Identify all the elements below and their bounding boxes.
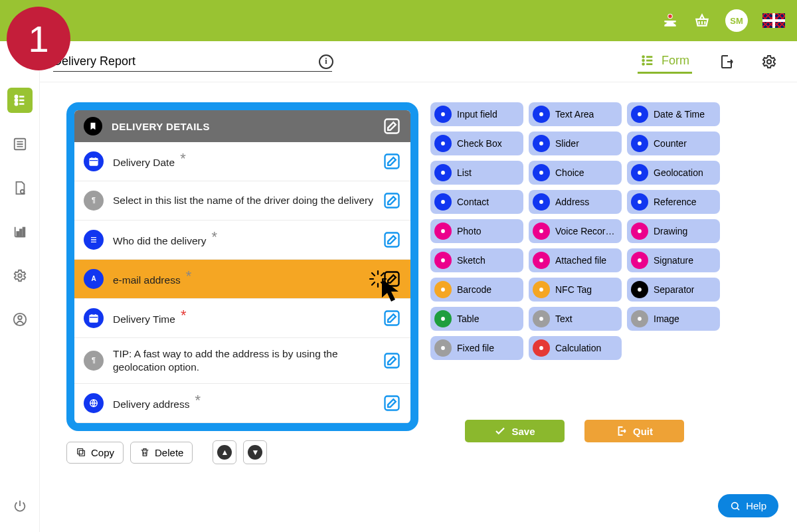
avatar[interactable]: SM: [725, 9, 748, 32]
palette-chip[interactable]: Text Area: [529, 102, 622, 126]
palette-chip[interactable]: Reference: [627, 190, 720, 214]
export-icon[interactable]: [719, 54, 735, 70]
chip-icon: [631, 281, 648, 298]
form-row[interactable]: Ae-mail address *: [74, 260, 410, 299]
svg-point-38: [638, 112, 642, 116]
chip-icon: [434, 106, 452, 123]
palette-chip[interactable]: Sketch: [430, 248, 523, 272]
form-canvas: DELIVERY DETAILSDelivery Date *¶Select i…: [66, 102, 418, 431]
copy-label: Copy: [91, 447, 114, 458]
svg-rect-28: [90, 315, 98, 322]
chip-label: Slider: [555, 138, 579, 149]
rail-chart[interactable]: [7, 219, 33, 244]
rail-settings[interactable]: [7, 263, 33, 288]
help-fab[interactable]: Help: [718, 494, 778, 517]
save-button[interactable]: Save: [465, 420, 565, 442]
palette-chip[interactable]: Image: [627, 307, 720, 331]
rail-profile[interactable]: [7, 307, 33, 332]
palette-chip[interactable]: Attached file: [529, 248, 622, 272]
basket-icon[interactable]: [693, 12, 711, 29]
svg-rect-34: [79, 451, 84, 456]
move-up-button[interactable]: ▲: [213, 440, 236, 464]
chip-icon: [434, 135, 452, 152]
svg-rect-31: [385, 354, 399, 368]
palette-chip[interactable]: Contact: [430, 190, 523, 214]
form-row[interactable]: Delivery Time *: [74, 299, 410, 338]
flag-uk-icon[interactable]: [762, 13, 785, 28]
form-row[interactable]: ¶TIP: A fast way to add the address is b…: [74, 338, 410, 384]
palette-chip[interactable]: Counter: [627, 132, 720, 155]
rail-list[interactable]: [7, 132, 33, 157]
edit-row-icon[interactable]: [383, 394, 401, 412]
chip-label: Date & Time: [654, 109, 705, 120]
palette-chip[interactable]: List: [430, 161, 523, 185]
palette-chip[interactable]: Separator: [627, 278, 720, 302]
palette-chip[interactable]: Photo: [430, 219, 523, 243]
tab-form[interactable]: Form: [638, 49, 692, 74]
palette-chip[interactable]: Drawing: [627, 219, 720, 243]
palette-chip[interactable]: NFC Tag: [529, 278, 622, 302]
form-row[interactable]: Delivery Date *: [74, 142, 410, 181]
palette-chip[interactable]: Input field: [430, 102, 523, 126]
svg-rect-20: [385, 120, 399, 133]
delete-button[interactable]: Delete: [130, 442, 193, 464]
palette-chip[interactable]: Choice: [529, 161, 622, 185]
section-header[interactable]: DELIVERY DETAILS: [74, 110, 410, 142]
palette-chip[interactable]: Calculation: [529, 336, 622, 360]
help-label: Help: [746, 500, 766, 511]
edit-row-icon[interactable]: [383, 309, 401, 327]
upload-icon[interactable]: [662, 12, 679, 29]
palette-chip[interactable]: Slider: [529, 132, 622, 155]
svg-rect-35: [78, 449, 83, 454]
svg-point-19: [18, 316, 22, 320]
form-row[interactable]: Who did the delivery *: [74, 221, 410, 260]
palette-chip[interactable]: Geolocation: [627, 161, 720, 185]
rail-power[interactable]: [7, 493, 33, 519]
rail-builder[interactable]: [7, 88, 33, 113]
edit-row-icon[interactable]: [383, 191, 401, 210]
svg-point-53: [638, 258, 642, 262]
settings-icon[interactable]: [761, 54, 777, 70]
form-row[interactable]: Delivery address *: [74, 384, 410, 423]
svg-point-6: [643, 60, 644, 61]
palette-chip[interactable]: Signature: [627, 248, 720, 272]
palette-chip[interactable]: Voice Recorder: [529, 219, 622, 243]
form-title-input[interactable]: [53, 52, 332, 72]
palette-chip[interactable]: Date & Time: [627, 102, 720, 126]
edit-row-icon[interactable]: [383, 152, 401, 171]
palette-chip[interactable]: Table: [430, 307, 523, 331]
quit-button[interactable]: Quit: [584, 420, 684, 442]
chip-icon: [631, 222, 648, 240]
edit-row-icon[interactable]: [383, 351, 401, 370]
chip-label: Image: [654, 313, 679, 324]
svg-point-62: [732, 502, 738, 508]
chip-icon: [533, 222, 550, 240]
svg-text:A: A: [91, 275, 96, 282]
palette-chip[interactable]: Fixed file: [430, 336, 523, 360]
svg-point-45: [441, 200, 445, 204]
svg-point-50: [638, 229, 642, 233]
edit-row-icon[interactable]: [383, 230, 401, 249]
svg-point-51: [441, 258, 445, 262]
palette-chip[interactable]: Barcode: [430, 278, 523, 302]
form-row[interactable]: ¶Select in this list the name of the dri…: [74, 181, 410, 221]
palette-chip[interactable]: Text: [529, 307, 622, 331]
delete-label: Delete: [155, 447, 183, 458]
edit-row-icon[interactable]: [383, 270, 401, 288]
rail-document[interactable]: [7, 175, 33, 201]
row-type-icon: [84, 393, 104, 413]
palette-chip[interactable]: Address: [529, 190, 622, 214]
chip-label: Attached file: [555, 255, 606, 266]
svg-rect-14: [17, 232, 19, 236]
svg-point-41: [638, 141, 642, 145]
svg-point-39: [441, 141, 445, 145]
palette-chip[interactable]: Check Box: [430, 132, 523, 155]
svg-point-60: [441, 346, 445, 350]
copy-button[interactable]: Copy: [66, 442, 124, 464]
svg-point-37: [539, 112, 543, 116]
svg-text:¶: ¶: [92, 356, 96, 364]
info-icon[interactable]: i: [319, 54, 333, 69]
svg-point-59: [638, 317, 642, 321]
move-down-button[interactable]: ▼: [243, 440, 267, 464]
edit-section-icon[interactable]: [383, 117, 401, 135]
